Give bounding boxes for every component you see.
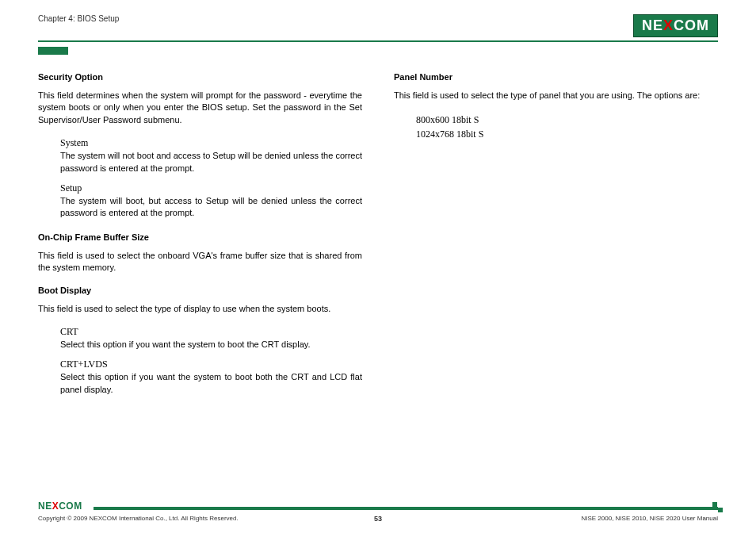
panel-number-body: This field is used to select the type of… [394,90,718,102]
option-setup-desc: The system will boot, but access to Setu… [60,195,362,220]
security-option-body: This field determines when the system wi… [38,90,362,126]
footer-logo-x: X [52,500,59,512]
chapter-label: Chapter 4: BIOS Setup [38,14,119,23]
boot-display-title: Boot Display [38,286,362,295]
left-column: Security Option This field determines wh… [38,72,362,404]
logo-text-post: COM [674,17,709,33]
footer-logo: NEXCOM [38,500,82,512]
accent-bar [38,47,68,55]
page-number: 53 [38,515,718,523]
option-system: System The system will not boot and acce… [60,137,362,174]
option-setup: Setup The system will boot, but access t… [60,182,362,220]
option-setup-label: Setup [60,182,362,194]
logo-text-x: X [663,17,674,33]
option-system-label: System [60,137,362,149]
option-crt: CRT Select this option if you want the s… [60,326,362,351]
logo-text-pre: NE [642,17,663,33]
panel-option-1: 800x600 18bit S [416,113,718,127]
footer-logo-pre: NE [38,500,52,512]
option-crt-lvds-desc: Select this option if you want the syste… [60,371,362,396]
security-option-title: Security Option [38,72,362,82]
content-columns: Security Option This field determines wh… [38,72,718,404]
frame-buffer-title: On-Chip Frame Buffer Size [38,232,362,242]
header-divider [38,40,718,42]
option-crt-lvds-label: CRT+LVDS [60,359,362,370]
option-system-desc: The system will not boot and access to S… [60,150,362,174]
footer-divider [94,507,718,510]
option-crt-lvds: CRT+LVDS Select this option if you want … [60,359,362,396]
option-crt-desc: Select this option if you want the syste… [60,339,362,351]
footer-logo-post: COM [59,500,82,512]
page-footer: NEXCOM Copyright © 2009 NEXCOM Internati… [38,502,718,522]
option-crt-label: CRT [60,326,362,338]
footer-ornament-icon [712,502,723,512]
boot-display-body: This field is used to select the type of… [38,303,362,315]
panel-options-list: 800x600 18bit S 1024x768 18bit S [416,113,718,141]
frame-buffer-body: This field is used to select the onboard… [38,250,362,274]
panel-option-2: 1024x768 18bit S [416,127,718,141]
panel-number-title: Panel Number [394,72,718,82]
right-column: Panel Number This field is used to selec… [394,72,718,404]
page-header: Chapter 4: BIOS Setup NEXCOM [38,14,718,37]
brand-logo: NEXCOM [633,14,718,37]
